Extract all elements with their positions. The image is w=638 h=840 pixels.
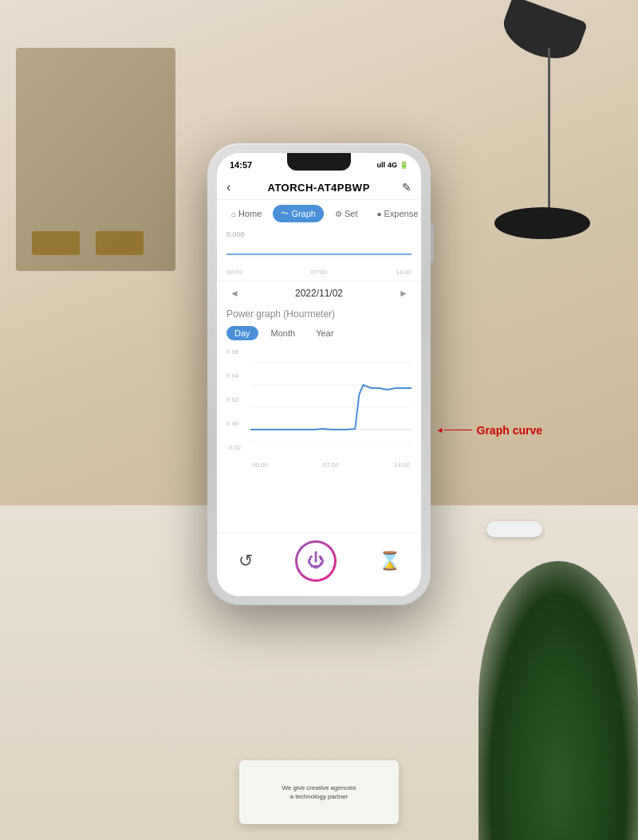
annotation-line <box>444 430 472 431</box>
lamp-decoration <box>494 0 590 239</box>
power-button-circle[interactable]: ⏻ <box>295 540 337 582</box>
period-tabs: Day Month Year <box>226 326 412 340</box>
mini-chart-svg <box>226 240 412 264</box>
chart-xaxis: 00:00 07:00 14:00 <box>250 461 412 469</box>
nav-history-button[interactable]: ⌛ <box>379 551 400 571</box>
power-icon: ⏻ <box>307 551 325 571</box>
nav-tabs: ⌂ Home 〜 Graph ⚙ Set ● Expense <box>217 200 421 227</box>
tab-expense[interactable]: ● Expense <box>368 206 421 222</box>
tablet-line1: We give creative agencies <box>282 784 356 791</box>
status-icons: ull 4G 🔋 <box>376 161 408 169</box>
prev-date-button[interactable]: ◄ <box>230 288 239 299</box>
annotation-text: Graph curve <box>477 424 542 437</box>
bottom-nav: ↺ ⏻ ⌛ <box>217 532 421 596</box>
graph-curve-annotation: ◄ Graph curve <box>436 424 542 437</box>
next-date-button[interactable]: ► <box>399 288 408 299</box>
network-label: 4G <box>388 161 397 169</box>
y-label-3: 0.02 <box>226 396 241 403</box>
lamp-base <box>494 207 590 239</box>
chart-x-end: 14:00 <box>394 461 410 469</box>
x-label-end: 14:00 <box>396 269 412 276</box>
phone-notch <box>287 153 351 171</box>
mini-chart-value: 0.000 <box>226 230 412 238</box>
mini-chart: 0.000 00:00 07:00 14:00 <box>217 227 421 281</box>
tab-expense-label: Expense <box>384 209 419 218</box>
y-label-1: 0.06 <box>226 348 241 355</box>
plant-decoration <box>478 561 638 840</box>
tablet-document: We give creative agencies a technology p… <box>239 760 399 824</box>
signal-icon: ull <box>376 161 385 169</box>
tab-set[interactable]: ⚙ Set <box>327 206 366 222</box>
settings-icon: ⚙ <box>335 210 342 218</box>
y-label-2: 0.04 <box>226 372 241 379</box>
period-tab-month[interactable]: Month <box>263 326 304 340</box>
x-label-start: 00:00 <box>226 269 242 276</box>
edit-button[interactable]: ✎ <box>402 181 412 194</box>
main-chart-container: 0.06 0.04 0.02 0.00 -0.02 <box>226 347 412 469</box>
phone-screen: 14:57 ull 4G 🔋 ‹ ATORCH-AT4PBWP ✎ ⌂ Home <box>217 153 421 596</box>
y-label-5: -0.02 <box>226 444 241 451</box>
mini-chart-xaxis: 00:00 07:00 14:00 <box>226 269 412 276</box>
tab-home-label: Home <box>238 209 262 218</box>
chart-x-mid: 07:00 <box>323 461 339 469</box>
tablet-line2: a technology partner <box>290 793 349 800</box>
power-section: Power graph (Hourmeter) Day Month Year 0… <box>217 305 421 469</box>
graph-icon: 〜 <box>281 208 289 219</box>
main-chart-svg <box>250 347 412 458</box>
tab-set-label: Set <box>345 209 358 218</box>
period-tab-day[interactable]: Day <box>226 326 258 340</box>
current-date: 2022/11/02 <box>295 288 343 299</box>
battery-icon: 🔋 <box>400 161 408 169</box>
file-boxes-decoration <box>16 48 175 271</box>
expense-icon: ● <box>376 210 381 218</box>
annotation-arrow-line: ◄ <box>436 426 472 434</box>
period-tab-year[interactable]: Year <box>308 326 341 340</box>
status-time: 14:57 <box>230 160 252 170</box>
date-nav: ◄ 2022/11/02 ► <box>217 281 421 305</box>
home-icon: ⌂ <box>231 210 236 218</box>
y-label-4: 0.00 <box>226 420 241 427</box>
tab-home[interactable]: ⌂ Home <box>223 206 270 222</box>
y-axis-labels: 0.06 0.04 0.02 0.00 -0.02 <box>226 347 241 453</box>
chart-x-start: 00:00 <box>252 461 268 469</box>
x-label-mid: 07:00 <box>311 269 327 276</box>
app-header: ‹ ATORCH-AT4PBWP ✎ <box>217 175 421 200</box>
nav-refresh-button[interactable]: ↺ <box>238 551 253 571</box>
phone-wrapper: 14:57 ull 4G 🔋 ‹ ATORCH-AT4PBWP ✎ ⌂ Home <box>207 143 431 606</box>
charger-pad <box>486 521 542 537</box>
lamp-head <box>497 0 588 68</box>
refresh-icon: ↺ <box>238 551 253 571</box>
header-title: ATORCH-AT4PBWP <box>235 182 402 194</box>
tab-graph-label: Graph <box>291 209 316 218</box>
tab-graph[interactable]: 〜 Graph <box>273 205 324 222</box>
phone-frame: 14:57 ull 4G 🔋 ‹ ATORCH-AT4PBWP ✎ ⌂ Home <box>207 143 431 606</box>
nav-power-button[interactable]: ⏻ <box>295 540 337 582</box>
power-section-title: Power graph (Hourmeter) <box>226 308 412 320</box>
hourglass-icon: ⌛ <box>379 551 400 571</box>
back-button[interactable]: ‹ <box>226 179 235 196</box>
tablet-text: We give creative agencies a technology p… <box>275 777 362 807</box>
annotation-arrow: ◄ <box>436 426 444 434</box>
